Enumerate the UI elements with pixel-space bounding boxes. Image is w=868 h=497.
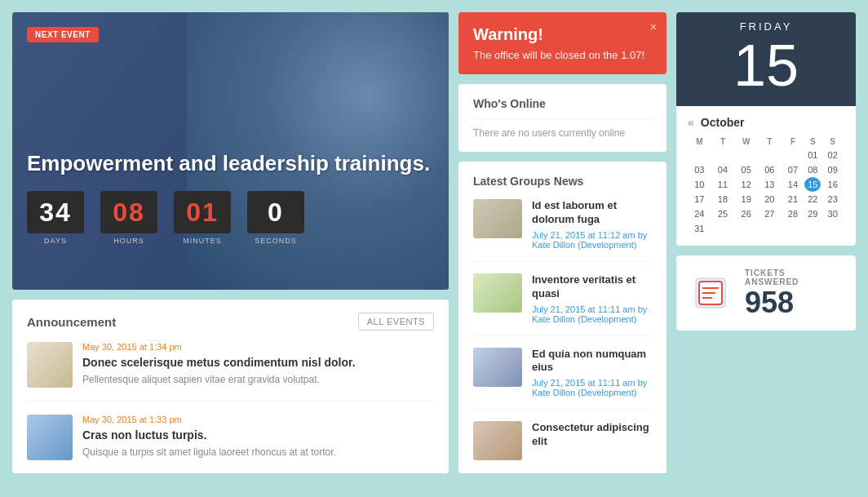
news-headline-2[interactable]: Inventore veritatis et quasi — [532, 273, 652, 301]
cal-day[interactable]: 13 — [758, 177, 782, 192]
cal-weekday: W — [734, 135, 758, 148]
announcement-excerpt-2: Quisque a turpis sit amet ligula laoreet… — [82, 446, 434, 459]
countdown-seconds: 0 SECONDS — [247, 191, 304, 245]
right-column: FRIDAY 15 « October M T W T F — [676, 12, 856, 473]
hero-banner: NEXT EVENT Empowerment and leadership tr… — [12, 12, 449, 290]
cal-day[interactable]: 22 — [804, 192, 821, 206]
cal-day — [688, 148, 711, 162]
news-byline-1: July 21, 2015 at 11:12 am by Kate Dillon… — [532, 230, 652, 250]
countdown-days: 34 DAYS — [27, 191, 84, 245]
news-meta-3: Ed quia non numquam eius July 21, 2015 a… — [532, 348, 652, 398]
middle-column: × Warning! The office will be closed on … — [458, 12, 666, 473]
cal-day[interactable]: 01 — [804, 148, 821, 162]
warning-close-button[interactable]: × — [650, 20, 657, 33]
announcement-excerpt-1: Pellentesque aliquet sapien vitae erat g… — [82, 373, 434, 387]
cal-day[interactable]: 24 — [688, 206, 711, 221]
cal-day — [782, 221, 805, 236]
cal-day[interactable]: 04 — [711, 162, 735, 177]
news-headline-3[interactable]: Ed quia non numquam eius — [532, 348, 652, 375]
announcement-meta-2: May 30, 2015 at 1:33 pm Cras non luctus … — [82, 415, 434, 460]
cal-day[interactable]: 30 — [821, 206, 844, 221]
news-card-title: Latest Groups News — [473, 175, 652, 188]
cal-day-today[interactable]: 15 — [804, 177, 821, 192]
news-item: Id est laborum et dolorum fuga July 21, … — [473, 199, 652, 262]
news-meta-2: Inventore veritatis et quasi July 21, 20… — [532, 273, 652, 324]
announcement-thumbnail-1 — [27, 342, 73, 388]
news-date-3: July 21, 2015 at 11:11 am — [532, 378, 636, 388]
announcement-thumbnail-2 — [27, 415, 73, 460]
cal-day — [804, 221, 821, 236]
whos-online-title: Who's Online — [473, 97, 652, 119]
cal-day[interactable]: 09 — [821, 162, 844, 177]
cal-day[interactable]: 16 — [821, 177, 844, 192]
cal-weekday: F — [782, 135, 805, 148]
cal-day[interactable]: 23 — [821, 192, 844, 206]
all-events-button[interactable]: ALL EVENTS — [358, 313, 434, 331]
cal-day[interactable]: 07 — [782, 162, 805, 177]
countdown-seconds-value: 0 — [247, 191, 304, 233]
cal-day[interactable]: 17 — [688, 192, 711, 206]
cal-weekday: T — [711, 135, 735, 148]
cal-day[interactable]: 21 — [782, 192, 805, 206]
announcement-meta-1: May 30, 2015 at 1:34 pm Donec scelerisqu… — [82, 342, 434, 388]
cal-day[interactable]: 19 — [734, 192, 758, 206]
cal-day — [782, 148, 805, 162]
cal-day[interactable]: 05 — [734, 162, 758, 177]
announcement-title: Announcement — [27, 315, 116, 329]
news-author-3[interactable]: Kate Dillon (Development) — [532, 388, 636, 397]
cal-day[interactable]: 28 — [782, 206, 805, 221]
cal-day[interactable]: 18 — [711, 192, 735, 206]
news-headline-4[interactable]: Consectetur adipiscing elit — [532, 421, 652, 449]
calendar-month: October — [701, 116, 745, 129]
hero-title: Empowerment and leadership trainings. — [27, 151, 434, 176]
cal-day — [758, 221, 782, 236]
news-item: Inventore veritatis et quasi July 21, 20… — [473, 273, 652, 336]
cal-day[interactable]: 10 — [688, 177, 711, 192]
calendar-table: M T W T F S S — [688, 135, 844, 236]
cal-day — [711, 148, 735, 162]
countdown-hours-label: HOURS — [100, 237, 157, 245]
announcement-headline-2[interactable]: Cras non luctus turpis. — [82, 428, 434, 442]
countdown-seconds-label: SECONDS — [247, 237, 304, 245]
cal-day[interactable]: 31 — [688, 221, 711, 236]
cal-day[interactable]: 12 — [734, 177, 758, 192]
ticket-icon — [691, 272, 733, 314]
cal-day[interactable]: 29 — [804, 206, 821, 221]
countdown-days-value: 34 — [27, 191, 84, 233]
cal-day[interactable]: 14 — [782, 177, 805, 192]
news-item: Ed quia non numquam eius July 21, 2015 a… — [473, 348, 652, 410]
countdown-days-label: DAYS — [27, 237, 84, 245]
cal-day[interactable]: 27 — [758, 206, 782, 221]
latest-groups-news-card: Latest Groups News Id est laborum et dol… — [458, 162, 666, 473]
cal-day[interactable]: 20 — [758, 192, 782, 206]
news-thumbnail-4 — [473, 421, 522, 460]
calendar-prev-button[interactable]: « — [688, 116, 694, 129]
news-headline-1[interactable]: Id est laborum et dolorum fuga — [532, 199, 652, 227]
countdown-hours-value: 08 — [100, 191, 157, 233]
cal-day — [821, 221, 844, 236]
cal-day[interactable]: 25 — [711, 206, 735, 221]
cal-day — [711, 221, 735, 236]
announcement-header: Announcement ALL EVENTS — [27, 313, 434, 331]
date-day-name: FRIDAY — [676, 20, 856, 33]
news-author-1[interactable]: Kate Dillon (Development) — [532, 240, 636, 250]
countdown-minutes-value: 01 — [174, 191, 231, 233]
news-author-2[interactable]: Kate Dillon (Development) — [532, 314, 636, 324]
cal-day[interactable]: 08 — [804, 162, 821, 177]
news-by-3: by — [638, 378, 648, 388]
cal-day[interactable]: 11 — [711, 177, 735, 192]
cal-day[interactable]: 03 — [688, 162, 711, 177]
cal-day[interactable]: 26 — [734, 206, 758, 221]
news-date-2: July 21, 2015 at 11:11 am — [532, 304, 636, 314]
announcement-date-2: May 30, 2015 at 1:33 pm — [82, 415, 434, 424]
cal-weekday: S — [821, 135, 844, 148]
news-thumbnail-3 — [473, 348, 522, 387]
countdown-minutes-label: MINUTES — [174, 237, 231, 245]
news-by-1: by — [638, 230, 648, 240]
next-event-badge: NEXT EVENT — [27, 27, 99, 42]
announcement-card: Announcement ALL EVENTS May 30, 2015 at … — [12, 300, 449, 473]
cal-day[interactable]: 06 — [758, 162, 782, 177]
cal-day[interactable]: 02 — [821, 148, 844, 162]
announcement-headline-1[interactable]: Donec scelerisque metus condimentum nisl… — [82, 355, 434, 370]
announcement-item: May 30, 2015 at 1:33 pm Cras non luctus … — [27, 415, 434, 460]
